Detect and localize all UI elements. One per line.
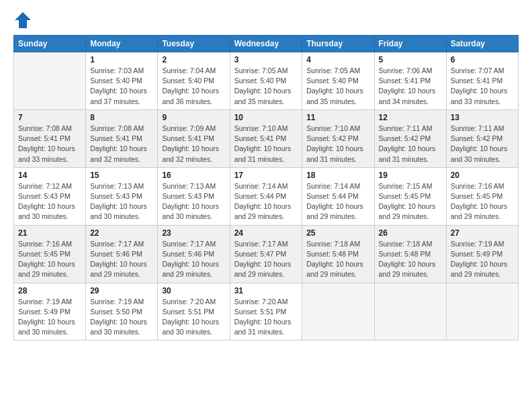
day-info: Sunrise: 7:05 AMSunset: 5:40 PMDaylight:…: [234, 66, 298, 107]
calendar-cell: 7Sunrise: 7:08 AMSunset: 5:41 PMDaylight…: [14, 109, 86, 167]
day-info: Sunrise: 7:16 AMSunset: 5:45 PMDaylight:…: [451, 181, 514, 222]
day-number: 15: [90, 171, 153, 180]
day-number: 28: [18, 286, 81, 295]
day-info: Sunrise: 7:03 AMSunset: 5:40 PMDaylight:…: [90, 66, 153, 107]
calendar-cell: 17Sunrise: 7:14 AMSunset: 5:44 PMDayligh…: [230, 167, 302, 225]
calendar-week-row: 1Sunrise: 7:03 AMSunset: 5:40 PMDaylight…: [14, 52, 519, 110]
calendar-cell: 5Sunrise: 7:06 AMSunset: 5:41 PMDaylight…: [374, 52, 446, 110]
day-number: 6: [451, 55, 514, 64]
calendar-cell: 26Sunrise: 7:18 AMSunset: 5:48 PMDayligh…: [374, 225, 446, 283]
day-number: 12: [379, 113, 442, 122]
day-info: Sunrise: 7:13 AMSunset: 5:43 PMDaylight:…: [162, 181, 225, 222]
calendar-week-row: 28Sunrise: 7:19 AMSunset: 5:49 PMDayligh…: [14, 283, 519, 340]
calendar-cell: 11Sunrise: 7:10 AMSunset: 5:42 PMDayligh…: [302, 109, 374, 167]
day-number: 3: [234, 55, 298, 64]
day-number: 29: [90, 286, 153, 295]
calendar-cell: 12Sunrise: 7:11 AMSunset: 5:42 PMDayligh…: [374, 109, 446, 167]
calendar-cell: 16Sunrise: 7:13 AMSunset: 5:43 PMDayligh…: [158, 167, 230, 225]
calendar-cell: 18Sunrise: 7:14 AMSunset: 5:44 PMDayligh…: [302, 167, 374, 225]
calendar-header-thursday: Thursday: [302, 36, 374, 52]
day-number: 30: [162, 286, 225, 295]
day-number: 24: [234, 228, 298, 238]
day-info: Sunrise: 7:11 AMSunset: 5:42 PMDaylight:…: [451, 124, 514, 165]
day-number: 9: [162, 113, 225, 122]
calendar-cell: 3Sunrise: 7:05 AMSunset: 5:40 PMDaylight…: [230, 52, 302, 110]
day-number: 16: [162, 171, 225, 180]
calendar-cell: 1Sunrise: 7:03 AMSunset: 5:40 PMDaylight…: [86, 52, 158, 110]
day-info: Sunrise: 7:19 AMSunset: 5:49 PMDaylight:…: [18, 297, 81, 338]
calendar-header-row: SundayMondayTuesdayWednesdayThursdayFrid…: [14, 36, 519, 52]
day-number: 19: [379, 171, 442, 180]
logo-icon: [13, 11, 32, 30]
day-number: 20: [451, 171, 514, 180]
calendar-cell: [302, 283, 374, 340]
calendar-cell: 28Sunrise: 7:19 AMSunset: 5:49 PMDayligh…: [14, 283, 86, 340]
calendar-cell: 23Sunrise: 7:17 AMSunset: 5:46 PMDayligh…: [158, 225, 230, 283]
calendar-week-row: 21Sunrise: 7:16 AMSunset: 5:45 PMDayligh…: [14, 225, 519, 283]
calendar-header-tuesday: Tuesday: [158, 36, 230, 52]
header: [13, 11, 519, 30]
day-number: 23: [162, 228, 225, 238]
day-number: 27: [451, 228, 514, 238]
day-info: Sunrise: 7:08 AMSunset: 5:41 PMDaylight:…: [18, 124, 81, 165]
day-info: Sunrise: 7:16 AMSunset: 5:45 PMDaylight:…: [18, 239, 81, 280]
calendar-cell: 13Sunrise: 7:11 AMSunset: 5:42 PMDayligh…: [446, 109, 518, 167]
calendar-cell: 24Sunrise: 7:17 AMSunset: 5:47 PMDayligh…: [230, 225, 302, 283]
calendar-cell: 19Sunrise: 7:15 AMSunset: 5:45 PMDayligh…: [374, 167, 446, 225]
calendar-cell: [446, 283, 518, 340]
day-number: 5: [379, 55, 442, 64]
day-info: Sunrise: 7:13 AMSunset: 5:43 PMDaylight:…: [90, 181, 153, 222]
day-info: Sunrise: 7:18 AMSunset: 5:48 PMDaylight:…: [306, 239, 369, 280]
day-info: Sunrise: 7:07 AMSunset: 5:41 PMDaylight:…: [451, 66, 514, 107]
calendar-cell: 29Sunrise: 7:19 AMSunset: 5:50 PMDayligh…: [86, 283, 158, 340]
day-info: Sunrise: 7:20 AMSunset: 5:51 PMDaylight:…: [162, 297, 225, 338]
calendar-header-friday: Friday: [374, 36, 446, 52]
logo: [13, 11, 35, 30]
calendar-table: SundayMondayTuesdayWednesdayThursdayFrid…: [13, 35, 519, 340]
day-info: Sunrise: 7:06 AMSunset: 5:41 PMDaylight:…: [379, 66, 442, 107]
calendar-cell: 6Sunrise: 7:07 AMSunset: 5:41 PMDaylight…: [446, 52, 518, 110]
calendar-cell: 8Sunrise: 7:08 AMSunset: 5:41 PMDaylight…: [86, 109, 158, 167]
day-info: Sunrise: 7:17 AMSunset: 5:46 PMDaylight:…: [162, 239, 225, 280]
day-info: Sunrise: 7:10 AMSunset: 5:42 PMDaylight:…: [306, 124, 369, 165]
day-number: 7: [18, 113, 81, 122]
day-number: 21: [18, 228, 81, 238]
day-number: 10: [234, 113, 298, 122]
calendar-week-row: 14Sunrise: 7:12 AMSunset: 5:43 PMDayligh…: [14, 167, 519, 225]
calendar-header-saturday: Saturday: [446, 36, 518, 52]
page-container: SundayMondayTuesdayWednesdayThursdayFrid…: [0, 0, 532, 347]
day-number: 18: [306, 171, 369, 180]
day-info: Sunrise: 7:14 AMSunset: 5:44 PMDaylight:…: [306, 181, 369, 222]
calendar-cell: 31Sunrise: 7:20 AMSunset: 5:51 PMDayligh…: [230, 283, 302, 340]
calendar-header-wednesday: Wednesday: [230, 36, 302, 52]
day-number: 17: [234, 171, 298, 180]
calendar-cell: 15Sunrise: 7:13 AMSunset: 5:43 PMDayligh…: [86, 167, 158, 225]
calendar-cell: 4Sunrise: 7:05 AMSunset: 5:40 PMDaylight…: [302, 52, 374, 110]
day-info: Sunrise: 7:09 AMSunset: 5:41 PMDaylight:…: [162, 124, 225, 165]
calendar-cell: 22Sunrise: 7:17 AMSunset: 5:46 PMDayligh…: [86, 225, 158, 283]
calendar-cell: 9Sunrise: 7:09 AMSunset: 5:41 PMDaylight…: [158, 109, 230, 167]
day-number: 8: [90, 113, 153, 122]
day-info: Sunrise: 7:19 AMSunset: 5:50 PMDaylight:…: [90, 297, 153, 338]
day-info: Sunrise: 7:12 AMSunset: 5:43 PMDaylight:…: [18, 181, 81, 222]
calendar-cell: 21Sunrise: 7:16 AMSunset: 5:45 PMDayligh…: [14, 225, 86, 283]
calendar-cell: 2Sunrise: 7:04 AMSunset: 5:40 PMDaylight…: [158, 52, 230, 110]
calendar-cell: 14Sunrise: 7:12 AMSunset: 5:43 PMDayligh…: [14, 167, 86, 225]
day-number: 2: [162, 55, 225, 64]
day-info: Sunrise: 7:11 AMSunset: 5:42 PMDaylight:…: [379, 124, 442, 165]
day-number: 25: [306, 228, 369, 238]
calendar-header-sunday: Sunday: [14, 36, 86, 52]
calendar-cell: 25Sunrise: 7:18 AMSunset: 5:48 PMDayligh…: [302, 225, 374, 283]
day-number: 31: [234, 286, 298, 295]
calendar-week-row: 7Sunrise: 7:08 AMSunset: 5:41 PMDaylight…: [14, 109, 519, 167]
day-info: Sunrise: 7:17 AMSunset: 5:46 PMDaylight:…: [90, 239, 153, 280]
day-number: 11: [306, 113, 369, 122]
day-info: Sunrise: 7:14 AMSunset: 5:44 PMDaylight:…: [234, 181, 298, 222]
day-info: Sunrise: 7:18 AMSunset: 5:48 PMDaylight:…: [379, 239, 442, 280]
day-info: Sunrise: 7:19 AMSunset: 5:49 PMDaylight:…: [451, 239, 514, 280]
day-info: Sunrise: 7:08 AMSunset: 5:41 PMDaylight:…: [90, 124, 153, 165]
calendar-cell: 30Sunrise: 7:20 AMSunset: 5:51 PMDayligh…: [158, 283, 230, 340]
day-number: 22: [90, 228, 153, 238]
svg-marker-1: [16, 13, 30, 28]
day-number: 26: [379, 228, 442, 238]
